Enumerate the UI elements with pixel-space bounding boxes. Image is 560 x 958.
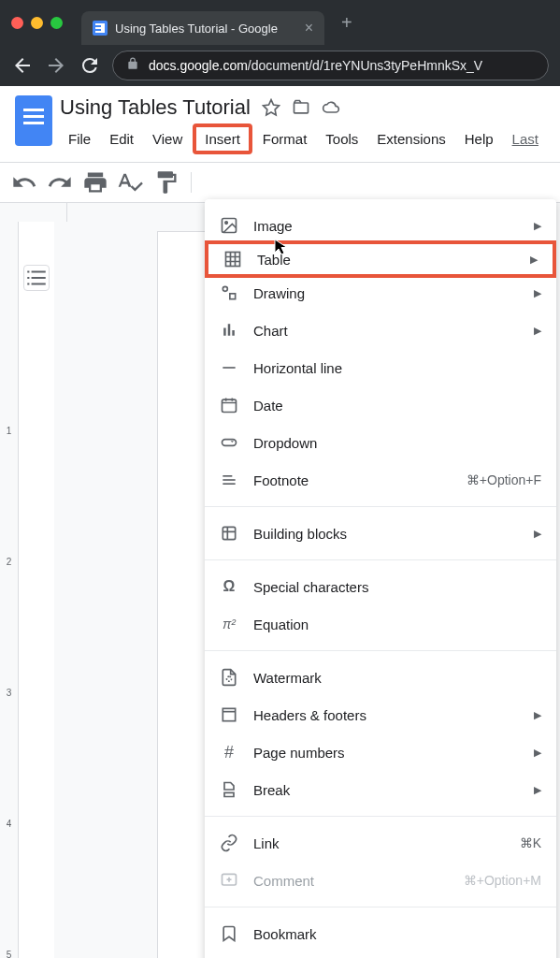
star-icon[interactable] [262,98,280,117]
svg-rect-5 [230,294,236,299]
back-button[interactable] [11,54,34,77]
svg-point-2 [225,222,228,225]
menu-item-table[interactable]: Table ▶ [205,240,556,278]
browser-tab[interactable]: Using Tables Tutorial - Google × [81,11,324,45]
url-input[interactable]: docs.google.com/document/d/1reYNUns3tyPe… [112,51,549,80]
close-window-button[interactable] [11,17,23,29]
menu-tools[interactable]: Tools [317,127,366,151]
google-docs-logo-icon[interactable] [15,95,52,146]
chevron-right-icon: ▶ [530,254,538,266]
menu-item-image[interactable]: Image ▶ [205,207,556,244]
menu-item-footnote[interactable]: Footnote ⌘+Option+F [205,461,556,499]
move-icon[interactable] [292,98,310,117]
insert-dropdown-menu: Image ▶ Table ▶ Drawing ▶ Chart ▶ Horizo… [205,199,556,958]
svg-rect-13 [223,708,235,720]
menu-item-building-blocks[interactable]: Building blocks ▶ [205,515,556,552]
link-icon [220,834,238,852]
svg-rect-0 [294,103,308,113]
tab-title: Using Tables Tutorial - Google [115,22,297,36]
vertical-ruler[interactable]: 1 2 3 4 5 [0,222,19,958]
print-button[interactable] [82,169,108,196]
svg-rect-12 [223,527,235,539]
chart-icon [220,321,238,340]
comment-icon [220,871,238,890]
document-title[interactable]: Using Tables Tutorial [60,95,251,120]
reload-button[interactable] [79,54,101,77]
menu-item-special-characters[interactable]: Ω Special characters [205,568,556,605]
close-tab-icon[interactable]: × [305,20,313,36]
headers-icon [220,705,238,724]
separator [205,506,556,507]
new-tab-button[interactable]: + [341,12,352,34]
break-icon [220,780,238,799]
menu-item-headers-footers[interactable]: Headers & footers ▶ [205,696,556,733]
undo-button[interactable] [11,169,37,196]
menu-file[interactable]: File [60,127,99,151]
separator [205,650,556,651]
menu-item-date[interactable]: Date [205,386,556,424]
address-bar: docs.google.com/document/d/1reYNUns3tyPe… [0,45,560,86]
minimize-window-button[interactable] [31,17,43,29]
menu-item-table-of-contents[interactable]: Table of contents ▶ [205,952,556,958]
menubar: File Edit View Insert Format Tools Exten… [60,123,547,154]
chevron-right-icon: ▶ [534,287,541,299]
spellcheck-button[interactable] [118,169,144,196]
menu-help[interactable]: Help [456,127,502,151]
horizontal-line-icon [220,358,238,377]
svg-rect-8 [223,440,237,446]
dropdown-icon [220,433,238,452]
chevron-right-icon: ▶ [534,325,541,337]
menu-item-bookmark[interactable]: Bookmark [205,915,556,952]
menu-item-link[interactable]: Link ⌘K [205,824,556,862]
chevron-right-icon: ▶ [534,220,541,232]
svg-rect-3 [226,253,240,267]
menu-extensions[interactable]: Extensions [368,127,453,151]
equation-icon: π² [220,615,238,633]
lock-icon [126,57,139,74]
menu-format[interactable]: Format [254,127,316,151]
separator [191,172,192,193]
hash-icon: # [220,743,238,762]
menu-item-drawing[interactable]: Drawing ▶ [205,274,556,312]
calendar-icon [220,396,238,414]
redo-button[interactable] [47,169,73,196]
outline-toggle-button[interactable] [23,265,50,291]
chevron-right-icon: ▶ [534,747,541,759]
menu-item-horizontal-line[interactable]: Horizontal line [205,349,556,386]
omega-icon: Ω [220,577,238,596]
drawing-icon [220,283,238,302]
maximize-window-button[interactable] [50,17,63,29]
image-icon [220,216,238,235]
cloud-icon[interactable] [322,98,340,117]
menu-item-watermark[interactable]: Watermark [205,659,556,696]
forward-button[interactable] [45,54,67,77]
separator [205,816,556,817]
url-text: docs.google.com/document/d/1reYNUns3tyPe… [149,58,482,73]
menu-last-edit[interactable]: Last [504,127,547,151]
svg-rect-7 [223,399,237,412]
browser-titlebar: Using Tables Tutorial - Google × + [0,0,560,45]
table-icon [223,250,242,269]
chevron-right-icon: ▶ [534,709,541,721]
bookmark-icon [220,924,238,943]
menu-item-break[interactable]: Break ▶ [205,771,556,808]
svg-point-4 [223,286,227,291]
footnote-icon [220,471,238,489]
separator [205,907,556,907]
menu-edit[interactable]: Edit [101,127,142,151]
docs-favicon-icon [93,21,108,36]
chevron-right-icon: ▶ [534,784,541,796]
blocks-icon [220,524,238,543]
menu-item-chart[interactable]: Chart ▶ [205,312,556,349]
watermark-icon [220,668,238,687]
chevron-right-icon: ▶ [534,528,541,540]
toolbar [0,162,560,203]
menu-view[interactable]: View [144,127,191,151]
menu-item-equation[interactable]: π² Equation [205,605,556,643]
menu-insert[interactable]: Insert [193,123,252,154]
menu-item-page-numbers[interactable]: # Page numbers ▶ [205,733,556,771]
paint-format-button[interactable] [153,169,179,196]
window-controls [11,17,63,29]
menu-item-comment: Comment ⌘+Option+M [205,862,556,899]
menu-item-dropdown[interactable]: Dropdown [205,424,556,461]
